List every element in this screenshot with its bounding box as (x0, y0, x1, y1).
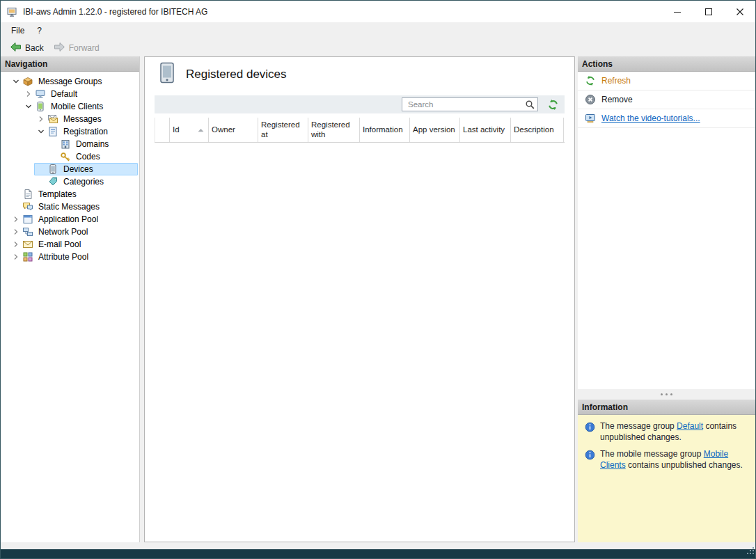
chevron-collapsed-icon[interactable] (10, 226, 22, 237)
column-header-owner[interactable]: Owner (209, 118, 258, 142)
app-window: IBI-aws Admin 1.22.0 - registered for IB… (0, 0, 756, 559)
email-pool-icon (22, 239, 33, 250)
column-header-app-version[interactable]: App version (410, 118, 460, 142)
panel-splitter-handle[interactable] (578, 389, 755, 400)
column-header-id[interactable]: Id (170, 118, 209, 142)
video-tutorials-link: Watch the video-tutorials... (601, 113, 700, 123)
key-icon (60, 151, 71, 162)
window-controls (661, 1, 755, 22)
menu-file[interactable]: File (5, 24, 31, 38)
devices-table-body[interactable] (155, 143, 565, 542)
refresh-action-label: Refresh (601, 76, 631, 86)
video-tutorials-action[interactable]: Watch the video-tutorials... (578, 109, 755, 128)
search-input[interactable] (402, 99, 537, 110)
chevron-collapsed-icon[interactable] (10, 239, 22, 250)
chevron-expanded-icon[interactable] (35, 126, 47, 137)
tree-item-templates[interactable]: Templates (1, 188, 139, 200)
navigation-toolbar: Back Forward (1, 39, 755, 56)
navigation-panel: Navigation Message Groups Default Mobile… (1, 56, 140, 542)
tree-item-static-messages[interactable]: Static Messages (1, 200, 139, 213)
column-header-registered-with[interactable]: Registered with (308, 118, 360, 142)
templates-icon (22, 189, 33, 200)
tree-item-email-pool[interactable]: E-mail Pool (1, 238, 139, 251)
tree-item-label: Devices (61, 164, 95, 174)
tree-item-messages[interactable]: Messages (1, 113, 139, 125)
tree-item-devices[interactable]: Devices (1, 163, 139, 175)
tree-item-label: Registration (61, 127, 110, 136)
table-header: Id Owner Registered at Registered with I… (155, 118, 565, 143)
remove-icon (585, 94, 596, 105)
maximize-button[interactable] (693, 1, 724, 22)
back-button[interactable]: Back (5, 40, 49, 56)
chevron-collapsed-icon[interactable] (22, 88, 35, 100)
search-band (155, 95, 565, 113)
refresh-action[interactable]: Refresh (578, 72, 755, 90)
main-area: Navigation Message Groups Default Mobile… (1, 56, 755, 549)
window-title: IBI-aws Admin 1.22.0 - registered for IB… (23, 7, 661, 17)
chevron-expanded-icon[interactable] (10, 76, 22, 87)
tree-item-network-pool[interactable]: Network Pool (1, 226, 139, 238)
status-bar (1, 549, 755, 558)
info-note: The mobile message group Mobile Clients … (585, 449, 748, 471)
close-button[interactable] (724, 1, 755, 22)
info-note-text: The message group Default contains unpub… (600, 421, 748, 443)
tree-item-registration[interactable]: Registration (1, 125, 139, 138)
forward-button[interactable]: Forward (49, 40, 104, 56)
remove-action[interactable]: Remove (578, 90, 755, 109)
mobile-clients-icon (35, 101, 46, 112)
column-header-last-activity[interactable]: Last activity (460, 118, 511, 142)
menu-help[interactable]: ? (31, 24, 48, 38)
chevron-collapsed-icon[interactable] (10, 251, 22, 262)
tree-item-label: Network Pool (36, 227, 90, 237)
actions-list: Refresh Remove Watch the video-tutorials… (578, 72, 755, 389)
registered-devices-icon (159, 62, 175, 87)
network-pool-icon (22, 226, 33, 237)
tree-item-attribute-pool[interactable]: Attribute Pool (1, 251, 139, 263)
tree-item-categories[interactable]: Categories (1, 175, 139, 188)
tree-item-label: Static Messages (36, 202, 102, 212)
tree-item-label: Application Pool (36, 214, 100, 224)
tree-item-label: Mobile Clients (49, 102, 105, 111)
refresh-icon[interactable] (547, 99, 559, 111)
tree-item-message-groups[interactable]: Message Groups (1, 75, 139, 88)
page-title-row: Registered devices (155, 57, 565, 92)
actions-panel: Actions Refresh Remove (578, 56, 755, 389)
column-header-registered-at[interactable]: Registered at (258, 118, 308, 142)
sort-ascending-icon (198, 128, 204, 132)
attribute-pool-icon (22, 251, 33, 262)
tree-item-label: Categories (61, 177, 106, 187)
tree-item-application-pool[interactable]: Application Pool (1, 213, 139, 226)
registration-icon (47, 126, 58, 137)
tree-item-mobile-clients[interactable]: Mobile Clients (1, 100, 139, 113)
tree-item-label: Message Groups (36, 77, 104, 86)
video-icon (585, 113, 596, 124)
info-icon (585, 450, 595, 460)
column-header-description[interactable]: Description (511, 118, 564, 142)
computer-icon (35, 88, 46, 100)
column-header-information[interactable]: Information (360, 118, 410, 142)
tree-item-label: Domains (74, 139, 111, 149)
info-note-text: The mobile message group Mobile Clients … (600, 449, 748, 471)
chevron-collapsed-icon[interactable] (10, 214, 22, 225)
chevron-expanded-icon[interactable] (22, 101, 35, 112)
default-group-link[interactable]: Default (677, 421, 703, 431)
resize-grip[interactable] (746, 546, 755, 558)
app-icon (7, 6, 18, 17)
tree-item-label: Attribute Pool (36, 252, 90, 262)
chevron-collapsed-icon[interactable] (35, 113, 47, 125)
minimize-button[interactable] (661, 1, 693, 22)
categories-icon (47, 176, 58, 187)
column-header-indicator[interactable] (155, 118, 170, 142)
search-icon[interactable] (525, 100, 535, 110)
tree-item-domains[interactable]: Domains (1, 138, 139, 150)
tree-item-codes[interactable]: Codes (1, 150, 139, 163)
info-note: The message group Default contains unpub… (585, 421, 748, 443)
tree-item-default[interactable]: Default (1, 88, 139, 100)
domains-icon (60, 139, 71, 150)
refresh-icon (585, 75, 596, 86)
navigation-panel-header: Navigation (1, 56, 139, 72)
right-panel: Actions Refresh Remove (578, 56, 755, 542)
information-body: The message group Default contains unpub… (578, 415, 755, 542)
device-icon (47, 164, 58, 175)
messages-icon (47, 113, 58, 125)
